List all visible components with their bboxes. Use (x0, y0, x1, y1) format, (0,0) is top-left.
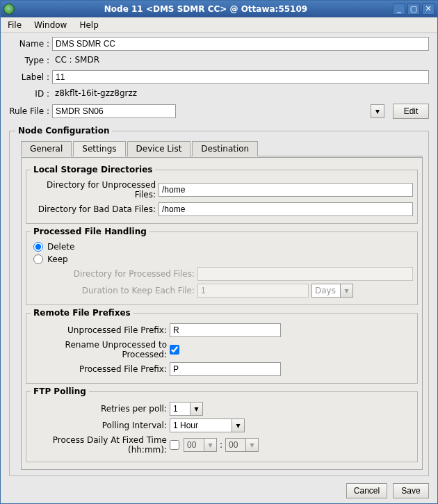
label-input[interactable] (52, 70, 429, 84)
proc-prefix-input[interactable] (170, 362, 281, 376)
delete-label: Delete (47, 242, 74, 252)
rename-checkbox[interactable] (170, 345, 179, 355)
interval-value[interactable] (170, 418, 232, 432)
section-ftp-polling: FTP Polling Retries per poll: ▾ Polling … (26, 387, 418, 462)
close-button[interactable]: ✕ (422, 3, 435, 15)
tab-general[interactable]: General (21, 141, 72, 156)
minimize-button[interactable]: _ (393, 3, 405, 15)
fixed-time-label: Process Daily At Fixed Time (hh:mm): (31, 435, 170, 455)
menu-file[interactable]: File (5, 19, 24, 31)
unproc-dir-label: Directory for Unprocessed Files: (31, 180, 159, 200)
unproc-prefix-input[interactable] (170, 323, 281, 337)
tab-pane-settings: Local Storage Directories Directory for … (21, 157, 423, 470)
delete-radio[interactable] (33, 242, 43, 252)
retries-select[interactable]: ▾ (170, 402, 203, 416)
section-remote-legend: Remote File Prefixes (31, 308, 133, 318)
chevron-down-icon[interactable]: ▾ (371, 104, 384, 118)
window-title: Node 11 <DMS SDMR CC> @ Ottawa:55109 (19, 4, 393, 14)
chevron-down-icon[interactable]: ▾ (190, 402, 203, 416)
chevron-down-icon: ▾ (340, 284, 352, 297)
chevron-down-icon[interactable]: ▾ (232, 418, 245, 432)
section-ftp-legend: FTP Polling (31, 387, 89, 396)
keep-label: Keep (47, 254, 68, 264)
name-input[interactable] (52, 37, 429, 51)
app-icon (3, 3, 15, 15)
section-processed-legend: Processed File Handling (31, 227, 149, 236)
fixed-mm-select: ▾ (225, 438, 259, 452)
section-local-dirs: Local Storage Directories Directory for … (26, 165, 418, 224)
chevron-down-icon: ▾ (246, 438, 259, 452)
retries-label: Retries per poll: (31, 404, 170, 414)
rulefile-select[interactable]: ▾ (52, 104, 384, 118)
section-local-dirs-legend: Local Storage Directories (31, 165, 155, 174)
processed-dir-label: Directory for Processed Files: (31, 269, 197, 279)
rename-label: Rename Unprocessed to Processed: (31, 340, 170, 359)
interval-label: Polling Interval: (31, 421, 170, 430)
type-label: Type : (9, 56, 52, 65)
duration-unit-select: Days ▾ (311, 284, 353, 298)
unproc-prefix-label: Unprocessed File Prefix: (31, 325, 170, 335)
menubar: File Window Help (1, 17, 437, 33)
section-processed-handling: Processed File Handling Delete Keep Dire… (26, 227, 418, 305)
panel-legend: Node Configuration (15, 126, 112, 136)
tab-devicelist[interactable]: Device List (127, 141, 191, 156)
fixed-time-checkbox[interactable] (170, 440, 179, 450)
maximize-button[interactable]: ▢ (407, 3, 420, 15)
tab-destination[interactable]: Destination (192, 141, 258, 156)
section-remote-prefixes: Remote File Prefixes Unprocessed File Pr… (26, 308, 418, 384)
duration-label: Duration to Keep Each File: (31, 286, 197, 295)
tab-settings[interactable]: Settings (73, 141, 125, 156)
time-colon: : (217, 440, 225, 450)
retries-value[interactable] (170, 402, 190, 416)
edit-button[interactable]: Edit (393, 104, 429, 119)
type-value: CC : SMDR (52, 54, 429, 67)
fixed-hh-value (184, 438, 204, 452)
rulefile-label: Rule File : (9, 106, 52, 116)
menu-window[interactable]: Window (31, 19, 70, 31)
tabs: General Settings Device List Destination (21, 140, 423, 156)
titlebar: Node 11 <DMS SDMR CC> @ Ottawa:55109 _ ▢… (1, 1, 437, 17)
rulefile-value[interactable] (52, 104, 176, 118)
duration-input (197, 284, 309, 298)
processed-dir-input (197, 267, 413, 281)
fixed-hh-select: ▾ (184, 438, 217, 452)
id-label: ID : (9, 89, 52, 99)
fixed-mm-value (225, 438, 246, 452)
save-button[interactable]: Save (393, 483, 429, 498)
id-value: z8kflt-16it-gzz8grzz (52, 87, 429, 101)
proc-prefix-label: Processed File Prefix: (31, 364, 170, 374)
interval-select[interactable]: ▾ (170, 418, 245, 432)
bad-dir-input[interactable] (159, 202, 413, 216)
keep-radio[interactable] (33, 254, 43, 264)
chevron-down-icon: ▾ (204, 438, 217, 452)
node-config-panel: Node Configuration General Settings Devi… (9, 126, 429, 476)
label-label: Label : (9, 72, 52, 82)
bad-dir-label: Directory for Bad Data Files: (31, 204, 159, 214)
name-label: Name : (9, 39, 52, 49)
unproc-dir-input[interactable] (159, 183, 413, 197)
duration-unit-value: Days (312, 284, 340, 297)
menu-help[interactable]: Help (76, 19, 101, 31)
cancel-button[interactable]: Cancel (346, 483, 387, 498)
